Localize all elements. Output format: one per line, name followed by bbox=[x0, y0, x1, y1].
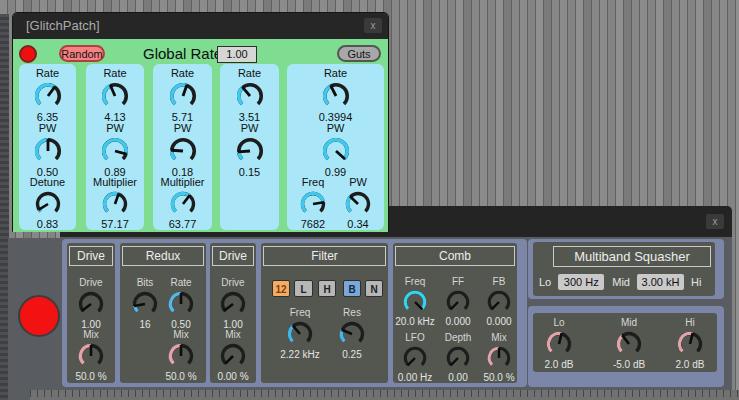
knob-dial[interactable] bbox=[219, 290, 247, 318]
knob-dial[interactable] bbox=[299, 190, 327, 218]
close-icon[interactable]: x bbox=[364, 18, 382, 33]
mid-gain-knob[interactable]: Mid-5.0 dB bbox=[603, 317, 655, 371]
knob-value: 20.0 kHz bbox=[395, 316, 435, 328]
pw-knob[interactable]: PW0.50 bbox=[19, 122, 76, 179]
mix-knob[interactable]: Mix50.0 % bbox=[479, 332, 519, 384]
knob-dial[interactable] bbox=[167, 342, 195, 370]
knob-dial[interactable] bbox=[402, 345, 428, 371]
knob-dial[interactable] bbox=[344, 190, 372, 218]
mix-knob[interactable]: Mix50.0 % bbox=[67, 329, 115, 383]
drive-knob[interactable]: Drive1.00 bbox=[67, 277, 115, 331]
knob-dial[interactable] bbox=[33, 81, 63, 111]
filter-notch-button[interactable]: N bbox=[365, 280, 383, 297]
global-rate-numbox[interactable]: 1.00 bbox=[217, 46, 257, 63]
knob-dial[interactable] bbox=[33, 136, 63, 166]
rate-knob[interactable]: Rate3.51 bbox=[220, 67, 279, 124]
filter-lowpass-button[interactable]: L bbox=[294, 280, 313, 297]
knob-dial[interactable] bbox=[321, 81, 351, 111]
device-title[interactable]: Comb bbox=[395, 246, 515, 266]
knob-label: Hi bbox=[666, 317, 714, 329]
freq-knob[interactable]: Freq20.0 kHz bbox=[395, 276, 435, 328]
knob-label: Detune bbox=[19, 176, 76, 189]
knob-dial[interactable] bbox=[77, 290, 105, 318]
device-title[interactable]: Drive bbox=[69, 246, 113, 266]
knob-dial[interactable] bbox=[545, 330, 573, 358]
rate-knob[interactable]: Rate4.13 bbox=[86, 67, 144, 124]
rate-knob[interactable]: Rate6.35 bbox=[19, 67, 76, 124]
knob-dial[interactable] bbox=[77, 342, 105, 370]
knob-dial[interactable] bbox=[235, 81, 265, 111]
knob-dial[interactable] bbox=[445, 289, 471, 315]
knob-label: Drive bbox=[67, 277, 115, 289]
drive-knob[interactable]: Drive1.00 bbox=[210, 277, 256, 331]
glitchpatch-titlebar[interactable]: [GlitchPatch] x bbox=[13, 13, 388, 39]
knob-dial[interactable] bbox=[286, 320, 314, 348]
device-multiband-squasher: Multiband Squasher Lo 300 Hz Mid 3.00 kH… bbox=[533, 242, 715, 296]
knob-dial[interactable] bbox=[486, 289, 512, 315]
guts-button[interactable]: Guts bbox=[337, 45, 381, 62]
knob-value: 0.15 bbox=[220, 166, 279, 179]
knob-dial[interactable] bbox=[321, 136, 351, 166]
knob-dial[interactable] bbox=[615, 330, 643, 358]
knob-dial[interactable] bbox=[168, 81, 198, 111]
knob-dial[interactable] bbox=[101, 190, 129, 218]
res-knob[interactable]: Res0.25 bbox=[330, 307, 374, 361]
freq-knob[interactable]: Freq7682 bbox=[291, 176, 335, 231]
knob-dial[interactable] bbox=[100, 136, 130, 166]
led-indicator[interactable] bbox=[19, 45, 37, 63]
knob-dial[interactable] bbox=[445, 345, 471, 371]
knob-value: 7682 bbox=[291, 218, 335, 231]
rate-knob[interactable]: Rate0.3994 bbox=[287, 67, 384, 124]
mix-knob[interactable]: Mix50.0 % bbox=[160, 329, 202, 383]
ff-knob[interactable]: FF0.000 bbox=[438, 276, 478, 328]
pw-knob[interactable]: PW0.18 bbox=[153, 122, 212, 179]
multiplier-knob[interactable]: Multiplier63.77 bbox=[153, 176, 212, 231]
knob-value: 0.00 Hz bbox=[395, 372, 435, 384]
mid-crossover-numbox[interactable]: 3.00 kH bbox=[637, 274, 684, 290]
device-title[interactable]: Drive bbox=[212, 246, 254, 266]
knob-dial[interactable] bbox=[219, 342, 247, 370]
random-button[interactable]: Random bbox=[59, 45, 105, 62]
knob-dial[interactable] bbox=[167, 290, 195, 318]
pw-knob[interactable]: PW0.34 bbox=[337, 176, 379, 231]
filter-slope-button[interactable]: 12 bbox=[272, 280, 290, 297]
device-filter: Filter 12 L H B N Freq2.22 kHz Res0.25 bbox=[261, 243, 388, 383]
rack-window: x Drive Drive1.00 Mix50.0 % Redux Bits16… bbox=[60, 206, 732, 390]
freq-knob[interactable]: Freq2.22 kHz bbox=[278, 307, 322, 361]
multiplier-knob[interactable]: Multiplier57.17 bbox=[86, 176, 144, 231]
lfo-knob[interactable]: LFO0.00 Hz bbox=[395, 332, 435, 384]
hi-gain-knob[interactable]: Hi2.0 dB bbox=[666, 317, 714, 371]
device-title[interactable]: Redux bbox=[122, 246, 204, 266]
device-title[interactable]: Filter bbox=[263, 246, 386, 266]
knob-dial[interactable] bbox=[676, 330, 704, 358]
mix-knob[interactable]: Mix0.00 % bbox=[210, 329, 256, 383]
knob-dial[interactable] bbox=[169, 190, 197, 218]
pw-knob[interactable]: PW0.99 bbox=[287, 122, 384, 179]
knob-dial[interactable] bbox=[486, 345, 512, 371]
depth-knob[interactable]: Depth0.00 bbox=[438, 332, 478, 384]
fb-knob[interactable]: FB0.000 bbox=[479, 276, 519, 328]
rate-knob[interactable]: Rate0.50 bbox=[160, 277, 202, 331]
knob-label: Rate bbox=[19, 67, 76, 80]
knob-dial[interactable] bbox=[34, 190, 62, 218]
big-red-button[interactable] bbox=[18, 295, 60, 337]
knob-dial[interactable] bbox=[402, 289, 428, 315]
rate-knob[interactable]: Rate5.71 bbox=[153, 67, 212, 124]
knob-label: PW bbox=[287, 122, 384, 135]
lo-crossover-numbox[interactable]: 300 Hz bbox=[558, 274, 604, 290]
knob-dial[interactable] bbox=[338, 320, 366, 348]
filter-highpass-button[interactable]: H bbox=[318, 280, 336, 297]
knob-dial[interactable] bbox=[100, 81, 130, 111]
knob-dial[interactable] bbox=[235, 136, 265, 166]
filter-bandpass-button[interactable]: B bbox=[343, 280, 361, 297]
pw-knob[interactable]: PW0.89 bbox=[86, 122, 144, 179]
glitchpatch-window: [GlitchPatch] x Random Global Rate 1.00 … bbox=[12, 12, 389, 232]
device-title[interactable]: Multiband Squasher bbox=[553, 246, 711, 267]
pw-knob[interactable]: PW0.15 bbox=[220, 122, 279, 179]
detune-knob[interactable]: Detune0.83 bbox=[19, 176, 76, 231]
knob-value: -5.0 dB bbox=[603, 359, 655, 371]
lo-gain-knob[interactable]: Lo2.0 dB bbox=[535, 317, 583, 371]
knob-dial[interactable] bbox=[168, 136, 198, 166]
close-icon[interactable]: x bbox=[706, 214, 724, 229]
knob-dial[interactable] bbox=[131, 290, 159, 318]
